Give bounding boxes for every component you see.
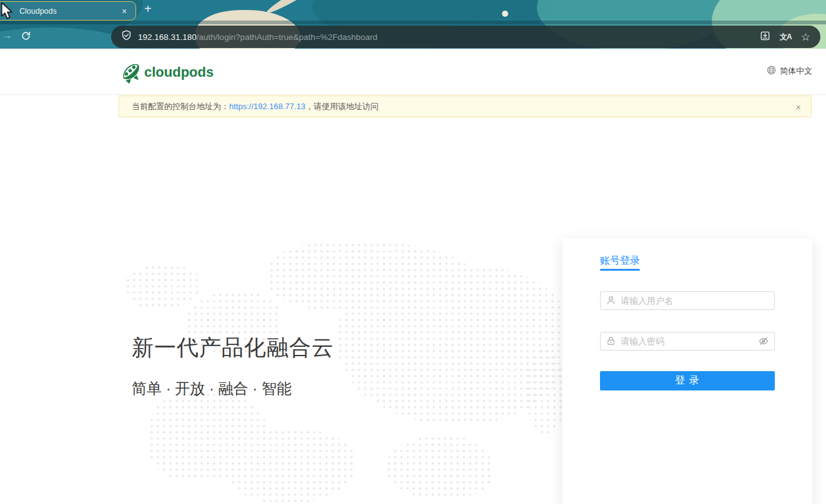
mouse-cursor	[1, 2, 17, 22]
cloudpods-logo-icon	[119, 59, 143, 86]
alert-text: 当前配置的控制台地址为：https://192.168.77.13，请使用该地址…	[132, 101, 378, 112]
active-tab-underline	[600, 269, 640, 271]
logo-text: cloudpods	[144, 64, 214, 80]
cloudpods-logo[interactable]: cloudpods	[119, 59, 214, 86]
tab-title: Cloudpods	[19, 7, 118, 16]
tab-account-login[interactable]: 账号登录	[600, 254, 640, 268]
browser-chrome: Cloudpods × + → 192.168.31.180/auth/logi…	[0, 0, 826, 49]
world-map-dots	[224, 429, 356, 504]
browser-window: Cloudpods × + → 192.168.31.180/auth/logi…	[0, 0, 826, 504]
site-security-shield-icon[interactable]	[121, 30, 132, 44]
url-text[interactable]: 192.168.31.180/auth/login?pathAuth=true&…	[138, 32, 760, 42]
bookmark-star-icon[interactable]: ☆	[801, 32, 810, 42]
login-submit-button[interactable]: 登 录	[600, 371, 775, 390]
web-page: cloudpods 简体中文 当前配置的控制台地址为：https://192.1…	[0, 49, 826, 504]
alert-suffix: ，请使用该地址访问	[305, 102, 378, 111]
globe-icon	[767, 65, 776, 77]
language-label: 简体中文	[780, 65, 812, 77]
url-path: /auth/login?pathAuth=true&path=%2Fdashbo…	[197, 32, 378, 42]
forward-button[interactable]: →	[2, 29, 12, 42]
theme-dot	[502, 11, 508, 17]
refresh-icon[interactable]	[21, 31, 31, 44]
login-card: 账号登录	[563, 238, 812, 504]
alert-close-icon[interactable]: ×	[795, 96, 801, 118]
site-header: cloudpods 简体中文	[0, 49, 826, 95]
login-main: 新一代产品化融合云 简单 · 开放 · 融合 · 智能 账号登录	[0, 95, 826, 504]
username-input[interactable]	[600, 291, 775, 310]
language-selector[interactable]: 简体中文	[767, 65, 812, 77]
hero-title: 新一代产品化融合云	[132, 333, 334, 362]
world-map-dots	[526, 348, 565, 437]
world-map-dots	[125, 264, 201, 309]
hero-subtitle: 简单 · 开放 · 融合 · 智能	[132, 379, 292, 399]
username-field-wrapper	[600, 291, 775, 310]
tabstrip-divider	[0, 21, 826, 24]
password-visibility-toggle-icon[interactable]	[759, 336, 769, 349]
tab-close-icon[interactable]: ×	[118, 6, 130, 16]
console-address-alert: 当前配置的控制台地址为：https://192.168.77.13，请使用该地址…	[119, 95, 812, 117]
url-host: 192.168.31.180	[138, 32, 197, 42]
address-bar[interactable]: 192.168.31.180/auth/login?pathAuth=true&…	[111, 26, 820, 48]
translate-icon[interactable]: 文A	[780, 32, 792, 42]
save-page-icon[interactable]	[760, 31, 770, 44]
alert-prefix: 当前配置的控制台地址为：	[132, 102, 229, 111]
addressbar-actions: 文A ☆	[760, 31, 810, 44]
new-tab-button[interactable]: +	[144, 2, 152, 16]
world-map-dots	[386, 435, 493, 499]
password-input[interactable]	[600, 332, 775, 351]
browser-tab-cloudpods[interactable]: Cloudpods ×	[0, 1, 136, 21]
console-address-link[interactable]: https://192.168.77.13	[229, 102, 305, 111]
password-field-wrapper	[600, 332, 775, 351]
